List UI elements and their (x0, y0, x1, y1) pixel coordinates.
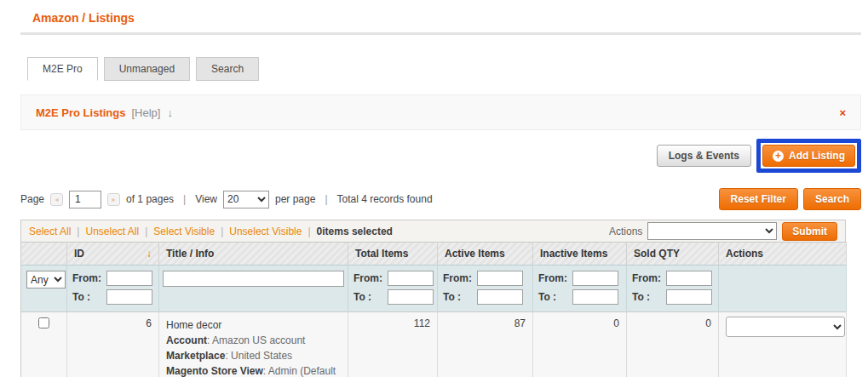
filter-cell-inactive-items: From: To : (533, 266, 627, 312)
listing-store-view-line: Magento Store View: Admin (Default Value… (166, 363, 341, 377)
row-active-items-cell: 87 (438, 312, 533, 377)
filter-cell-actions (719, 266, 847, 312)
column-header-sold-qty[interactable]: Sold QTY (627, 243, 719, 266)
items-selected-count: 0 (317, 226, 323, 237)
view-label: View (195, 193, 217, 205)
tab-bar: M2E Pro Unmanaged Search (27, 57, 846, 81)
prev-page-button[interactable]: ◂ (50, 193, 63, 206)
to-label: To : (632, 291, 666, 303)
filter-buttons: Reset Filter Search (719, 188, 861, 210)
id-header-label: ID (74, 248, 84, 260)
separator: | (71, 226, 85, 237)
divider (20, 32, 861, 35)
from-label: From: (443, 272, 477, 284)
total-records-label: Total 4 records found (337, 193, 433, 205)
sold-qty-to-input[interactable] (666, 289, 712, 305)
sort-desc-icon: ↓ (147, 248, 152, 260)
listing-account-line: Account: Amazon US account (166, 333, 341, 348)
search-button[interactable]: Search (803, 188, 861, 210)
account-label: Account (166, 334, 207, 346)
submit-button[interactable]: Submit (782, 222, 837, 241)
total-items-to-input[interactable] (388, 289, 434, 305)
filter-cell-title (159, 266, 348, 312)
total-items-from-input[interactable] (388, 271, 434, 286)
row-title-cell: Home decor Account: Amazon US account Ma… (159, 312, 348, 377)
add-listing-label: Add Listing (789, 150, 845, 162)
per-page-select[interactable]: 20 (223, 191, 269, 208)
row-total-items-cell: 112 (348, 312, 438, 377)
add-listing-button[interactable]: + Add Listing (762, 145, 855, 167)
column-header-inactive-items[interactable]: Inactive Items (533, 243, 627, 266)
title-filter-input[interactable] (163, 271, 344, 287)
column-header-title-info[interactable]: Title / Info (159, 243, 348, 266)
active-items-to-input[interactable] (477, 289, 523, 305)
reset-filter-button[interactable]: Reset Filter (719, 188, 798, 210)
separator: | (180, 193, 189, 205)
breadcrumb: Amazon / Listings (32, 11, 846, 25)
tab-unmanaged[interactable]: Unmanaged (104, 57, 190, 81)
id-from-input[interactable] (106, 271, 152, 286)
column-header-active-items[interactable]: Active Items (438, 243, 533, 266)
grid-filter-row: Any From: To : From: (21, 266, 847, 312)
inactive-items-to-input[interactable] (572, 289, 618, 305)
next-page-button[interactable]: ▸ (107, 193, 120, 206)
id-to-input[interactable] (106, 289, 152, 305)
tab-m2e-pro[interactable]: M2E Pro (27, 57, 98, 81)
page: Amazon / Listings M2E Pro Unmanaged Sear… (20, 0, 846, 377)
table-row: 6 Home decor Account: Amazon US account … (21, 312, 847, 377)
column-header-id[interactable]: ID ↓ (67, 243, 159, 266)
actions-label: Actions (609, 226, 642, 237)
to-label: To : (538, 291, 572, 303)
massaction-select[interactable] (647, 222, 777, 240)
massaction-bar: Select All | Unselect All | Select Visib… (20, 220, 846, 242)
listings-grid: ID ↓ Title / Info Total Items Active Ite… (20, 242, 847, 377)
row-action-select[interactable] (726, 317, 845, 337)
help-link[interactable]: [Help] (131, 106, 160, 119)
from-label: From: (72, 272, 106, 284)
filter-cell-total-items: From: To : (348, 266, 438, 312)
checkbox-column-header (21, 243, 67, 266)
marketplace-label: Marketplace (166, 350, 225, 362)
inactive-items-from-input[interactable] (572, 271, 618, 286)
page-number-input[interactable] (69, 191, 101, 208)
column-header-total-items[interactable]: Total Items (348, 243, 438, 266)
toolbar: Logs & Events + Add Listing (20, 136, 861, 175)
unselect-all-link[interactable]: Unselect All (85, 226, 139, 237)
plus-icon: + (773, 151, 784, 162)
marketplace-value: United States (231, 350, 292, 362)
any-filter-select[interactable]: Any (26, 271, 66, 288)
page-label: Page (20, 193, 44, 205)
grid-header-row: ID ↓ Title / Info Total Items Active Ite… (21, 243, 847, 266)
row-checkbox[interactable] (38, 317, 49, 328)
select-all-link[interactable]: Select All (29, 226, 71, 237)
row-sold-qty-cell: 0 (627, 312, 719, 377)
sold-qty-from-input[interactable] (666, 271, 712, 286)
row-id-cell: 6 (67, 312, 159, 377)
from-label: From: (354, 272, 388, 284)
to-label: To : (443, 291, 477, 303)
collapse-arrow-icon[interactable]: ↓ (167, 106, 173, 119)
account-value: Amazon US account (212, 334, 305, 346)
separator: | (215, 226, 229, 237)
column-header-actions: Actions (719, 243, 847, 266)
filter-cell-sold-qty: From: To : (627, 266, 719, 312)
filter-cell-any: Any (21, 266, 67, 312)
listing-title: Home decor (166, 317, 341, 333)
items-selected-label: items selected (322, 226, 393, 237)
logs-events-button[interactable]: Logs & Events (657, 145, 751, 167)
tab-search[interactable]: Search (196, 57, 259, 81)
from-label: From: (538, 272, 572, 284)
separator: | (302, 226, 316, 237)
filter-cell-id: From: To : (67, 266, 159, 312)
separator: | (321, 193, 331, 205)
massaction-actions: Actions Submit (609, 222, 837, 241)
select-visible-link[interactable]: Select Visible (153, 226, 215, 237)
filter-cell-active-items: From: To : (438, 266, 533, 312)
pager-controls: Page ◂ ▸ of 1 pages | View 20 per page |… (20, 191, 433, 208)
panel-header: M2E Pro Listings [Help] ↓ × (20, 94, 861, 130)
unselect-visible-link[interactable]: Unselect Visible (229, 226, 302, 237)
to-label: To : (354, 291, 388, 303)
close-icon[interactable]: × (839, 106, 846, 119)
annotation-box: + Add Listing (756, 139, 861, 173)
active-items-from-input[interactable] (477, 271, 523, 286)
